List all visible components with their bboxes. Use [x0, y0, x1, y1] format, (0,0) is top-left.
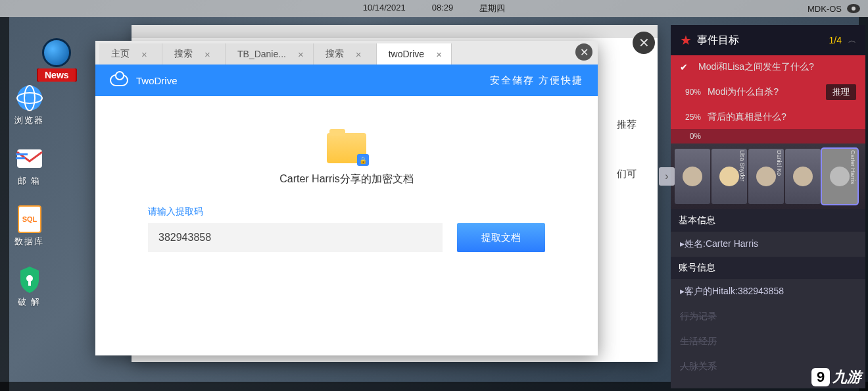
- goals-header[interactable]: ★ 事件目标 1/4 ︿: [671, 25, 865, 55]
- tab-twodrive-label: twoDrive: [389, 49, 424, 59]
- info-box: 基本信息 ▸姓名:Carter Harris 账号信息 ▸客户的Hitalk:3…: [671, 209, 865, 388]
- account-info-header: 账号信息: [671, 257, 865, 279]
- portrait-2[interactable]: Lisa Snyder: [711, 149, 747, 204]
- tab-home[interactable]: 主页×: [99, 43, 162, 65]
- reason-button[interactable]: 推理: [826, 84, 856, 100]
- twodrive-header: TwoDrive 安全储存 方便快捷: [95, 65, 598, 96]
- portrait-1[interactable]: [675, 149, 710, 204]
- goal-text: Modi和Lisa之间发生了什么?: [698, 61, 856, 73]
- info-name[interactable]: ▸姓名:Carter Harris: [671, 232, 865, 257]
- mail-label: 邮 箱: [18, 175, 41, 187]
- close-icon[interactable]: ×: [356, 49, 362, 60]
- status-bar: 10/14/2021 08:29 星期四 MDK-OS: [0, 0, 868, 17]
- tab-tbdanie[interactable]: TB_Danie...×: [226, 43, 314, 65]
- tab-home-label: 主页: [111, 48, 130, 60]
- twodrive-slogan: 安全储存 方便快捷: [490, 74, 583, 87]
- news-widget[interactable]: News: [38, 38, 76, 82]
- check-icon: ✔: [680, 62, 692, 72]
- info-behavior: 行为记录: [671, 304, 865, 329]
- portrait-4[interactable]: [785, 149, 821, 204]
- goal-text: Modi为什么自杀?: [708, 86, 819, 98]
- portrait-3[interactable]: Daniel Ko: [748, 149, 784, 204]
- crack-icon: [16, 266, 43, 294]
- modal-close-button[interactable]: ✕: [575, 43, 592, 61]
- extract-code-input[interactable]: [148, 223, 443, 252]
- code-prompt: 请输入提取码: [148, 206, 545, 218]
- globe-icon: [42, 38, 71, 67]
- tab-search1-label: 搜索: [174, 48, 193, 60]
- watermark: 9 九游: [811, 367, 861, 387]
- desktop-crack[interactable]: 破 解: [14, 266, 44, 308]
- modal-tabbar: 主页× 搜索× TB_Danie...× 搜索× twoDrive× ✕: [95, 41, 598, 65]
- svg-rect-4: [16, 153, 28, 155]
- goal-text: 背后的真相是什么?: [708, 111, 856, 123]
- tab-search2[interactable]: 搜索×: [314, 43, 377, 65]
- goal-item-1[interactable]: ✔ Modi和Lisa之间发生了什么?: [671, 55, 865, 79]
- goals-list: ✔ Modi和Lisa之间发生了什么? 90% Modi为什么自杀? 推理 25…: [671, 55, 865, 143]
- mail-icon: [16, 145, 43, 172]
- svg-rect-5: [16, 157, 25, 159]
- desktop-mail[interactable]: 邮 箱: [14, 145, 44, 187]
- svg-rect-9: [28, 280, 31, 286]
- locked-folder-icon: [327, 133, 366, 163]
- portrait-5[interactable]: Carter Harris: [822, 149, 857, 204]
- watermark-text: 九游: [832, 367, 861, 387]
- svg-text:SQL: SQL: [22, 215, 37, 223]
- crack-label: 破 解: [18, 296, 41, 308]
- close-icon[interactable]: ×: [141, 49, 147, 60]
- tab-tbdanie-label: TB_Danie...: [237, 49, 286, 59]
- desktop-icons: 浏览器 邮 箱 SQL 数据库 破 解: [14, 84, 44, 308]
- goal-item-2[interactable]: 90% Modi为什么自杀? 推理: [671, 79, 865, 105]
- portraits-scroll-right[interactable]: ›: [659, 167, 675, 186]
- status-weekday: 星期四: [479, 3, 505, 14]
- close-icon[interactable]: ×: [205, 49, 210, 60]
- bg-text-can: 们可: [617, 168, 637, 180]
- goal-pct: 90%: [680, 88, 701, 97]
- input-row: 提取文档: [148, 223, 545, 252]
- twodrive-brand: TwoDrive: [136, 75, 178, 86]
- portrait-label: Carter Harris: [848, 150, 856, 203]
- portrait-label: Lisa Snyder: [738, 150, 746, 203]
- goal-pct: 0%: [680, 132, 701, 141]
- info-life: 生活经历: [671, 329, 865, 354]
- tab-search1[interactable]: 搜索×: [162, 43, 226, 65]
- status-date: 10/14/2021: [363, 3, 406, 14]
- desktop-database[interactable]: SQL 数据库: [14, 205, 44, 248]
- goals-progress: 1/4 ︿: [829, 35, 856, 46]
- goal-pct: 25%: [680, 113, 701, 122]
- bg-window-tabbar: [132, 25, 658, 38]
- bg-text-rec: 推荐: [617, 118, 637, 131]
- close-icon[interactable]: ×: [298, 49, 304, 60]
- status-time: 08:29: [432, 3, 454, 14]
- database-icon: SQL: [16, 205, 43, 233]
- extract-button[interactable]: 提取文档: [457, 223, 545, 252]
- right-panel: ★ 事件目标 1/4 ︿ ✔ Modi和Lisa之间发生了什么? 90% Mod…: [671, 25, 865, 388]
- close-icon[interactable]: ×: [436, 49, 442, 60]
- status-right: MDK-OS: [808, 4, 860, 14]
- star-icon: ★: [680, 32, 692, 48]
- portrait-label: Daniel Ko: [775, 150, 783, 203]
- os-label: MDK-OS: [808, 4, 842, 14]
- desktop-browser[interactable]: 浏览器: [14, 84, 44, 126]
- watermark-icon: 9: [811, 368, 830, 386]
- goal-item-4[interactable]: 0%: [671, 129, 865, 143]
- browser-icon: [16, 84, 43, 112]
- browser-label: 浏览器: [14, 115, 44, 126]
- goal-item-3[interactable]: 25% 背后的真相是什么?: [671, 105, 865, 129]
- portraits-row: › Lisa Snyder Daniel Ko Carter Harris: [671, 143, 865, 209]
- os-eye-icon: [847, 4, 860, 13]
- bg-window-close[interactable]: ✕: [633, 32, 655, 54]
- chevron-up-icon[interactable]: ︿: [848, 35, 856, 46]
- tab-twodrive[interactable]: twoDrive×: [377, 43, 452, 65]
- svg-point-0: [17, 86, 42, 111]
- goals-progress-text: 1/4: [829, 35, 842, 45]
- document-title: Carter Harris分享的加密文档: [279, 172, 414, 186]
- info-hitalk[interactable]: ▸客户的Hitalk:382943858: [671, 279, 865, 304]
- cloud-icon: [110, 74, 128, 86]
- database-label: 数据库: [14, 236, 44, 248]
- goals-title: 事件目标: [697, 34, 739, 47]
- news-banner: News: [38, 68, 76, 82]
- status-center: 10/14/2021 08:29 星期四: [0, 3, 868, 14]
- basic-info-header: 基本信息: [671, 209, 865, 232]
- lock-icon: [357, 154, 369, 166]
